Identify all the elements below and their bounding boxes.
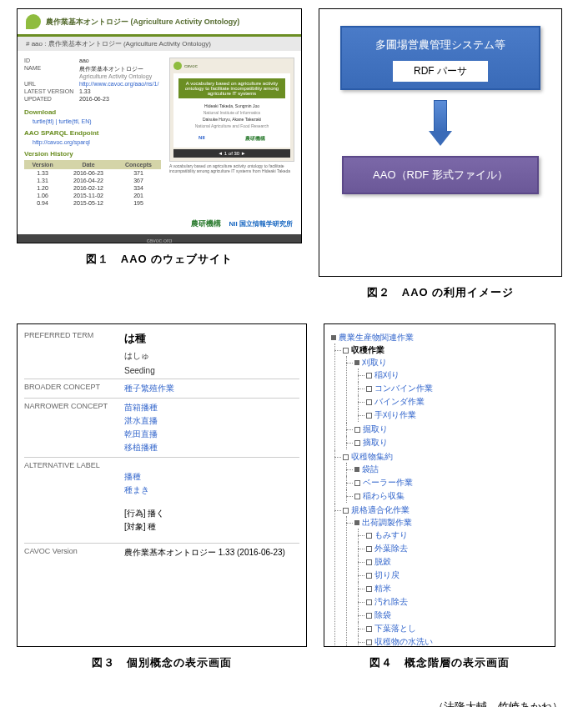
table-row: 1.202016-02-12334 — [24, 184, 161, 192]
expand-icon[interactable] — [354, 480, 360, 486]
meta-label: ID — [24, 58, 74, 63]
meta-label: UPDATED — [24, 96, 74, 102]
pres-author: Daisuke Horyu, Akane Takezaki — [178, 117, 285, 122]
arrow-down-icon — [431, 100, 450, 146]
parser-box: RDF パーサ — [393, 61, 488, 82]
site-logo-icon — [26, 14, 41, 29]
pres-title: A vocabulary based on agriculture activi… — [178, 78, 285, 98]
expand-icon[interactable] — [354, 427, 360, 433]
tree-leaf: 脱穀 — [366, 555, 548, 569]
meta-value: 農作業基本オントロジー — [79, 65, 161, 73]
fig4-panel: 農業生産物関連作業 収穫作業 刈取り 稲刈り コンバイン作業 バインダ作業 手刈… — [324, 323, 555, 647]
preferred-term-value: は種 — [124, 331, 299, 346]
alt-label-link[interactable]: 播種 — [124, 471, 299, 483]
pres-header: cavoc — [184, 63, 198, 68]
tree-leaf: もみすり — [366, 529, 548, 542]
tree-leaf: 掘取り — [354, 423, 548, 436]
expand-icon[interactable] — [343, 454, 349, 460]
expand-icon[interactable] — [366, 613, 372, 619]
pres-logo-nii: NII — [199, 135, 205, 143]
expand-icon[interactable] — [366, 599, 372, 605]
expand-icon[interactable] — [366, 573, 372, 579]
tree-leaf: 袋詰 — [354, 463, 548, 476]
system-label: 多圃場営農管理システム等 — [349, 38, 532, 53]
narrower-link[interactable]: 移植播種 — [124, 442, 299, 454]
expand-icon[interactable] — [343, 348, 349, 354]
tree-leaf: 稲わら収集 — [354, 489, 548, 503]
expand-icon[interactable] — [354, 494, 360, 499]
meta-label: URL — [24, 81, 74, 87]
expand-icon[interactable] — [366, 546, 372, 552]
site-header: 農作業基本オントロジー (Agriculture Activity Ontolo… — [18, 9, 301, 37]
meta-value: 1.33 — [79, 88, 161, 94]
fig4-caption: 図４ 概念階層の表示画面 — [324, 655, 555, 670]
bullet-icon — [354, 467, 359, 472]
tree-node[interactable]: 規格適合化作業 — [351, 505, 410, 514]
tree-leaf: 収穫物の水洗い — [366, 635, 548, 647]
table-row: 1.332016-06-23371 — [24, 169, 161, 177]
version-label: CAVOC Version — [24, 547, 124, 559]
meta-value: 2016-06-23 — [79, 96, 161, 102]
tree-leaf: 切り戻 — [366, 569, 548, 582]
meta-label: NAME — [24, 65, 74, 79]
tree-node[interactable]: 刈取り — [362, 358, 387, 367]
expand-icon[interactable] — [366, 626, 372, 632]
tree-node[interactable]: 出荷調製作業 — [362, 518, 412, 527]
tree-leaf: ベーラー作業 — [354, 476, 548, 489]
site-footer: cavoc.org — [18, 234, 301, 243]
reading: はしゅ — [124, 350, 299, 362]
expand-icon[interactable] — [366, 559, 372, 565]
tree-leaf: 稲刈り — [366, 369, 548, 382]
bullet-icon — [354, 360, 359, 365]
tree-leaf: 除袋 — [366, 609, 548, 622]
alt-action: [行為] 播く — [124, 508, 299, 519]
expand-icon[interactable] — [366, 639, 372, 645]
download-heading: Download — [24, 108, 161, 116]
expand-icon[interactable] — [366, 533, 372, 539]
expand-icon[interactable] — [354, 440, 360, 446]
endpoint-link[interactable]: http://cavoc.org/sparql — [33, 139, 161, 145]
meta-url-link[interactable]: http://www.cavoc.org/aao/ns/1/ — [79, 81, 161, 87]
fig3-caption: 図３ 個別概念の表示画面 — [17, 655, 307, 670]
naro-logo: 農研機構 — [191, 218, 221, 229]
alt-target: [対象] 種 — [124, 521, 299, 533]
alternative-label: ALTERNATIVE LABEL — [24, 461, 124, 469]
table-row: 1.312016-04-22367 — [24, 177, 161, 184]
meta-value: Agriculture Activity Ontology — [79, 73, 161, 79]
narrower-link[interactable]: 湛水直播 — [124, 415, 299, 427]
tree-leaf: 手刈り作業 — [366, 409, 548, 422]
download-links[interactable]: turtle(ttl) | turtle(ttl, EN) — [33, 118, 161, 124]
expand-icon[interactable] — [366, 373, 372, 379]
pres-caption: A vocabulary based on agriculture activi… — [169, 163, 294, 173]
meta-value: aao — [79, 58, 161, 63]
table-row: 0.942015-05-12195 — [24, 199, 161, 207]
pres-author: Hideaki Takeda, Sungmin Joo — [178, 103, 285, 108]
narrower-link[interactable]: 乾田直播 — [124, 429, 299, 440]
broader-label: BROADER CONCEPT — [24, 383, 124, 394]
narrower-link[interactable]: 苗箱播種 — [124, 402, 299, 414]
tree-node[interactable]: 収穫作業 — [351, 345, 384, 354]
expand-icon[interactable] — [366, 413, 372, 419]
fig1-panel: 農作業基本オントロジー (Agriculture Activity Ontolo… — [17, 8, 302, 243]
expand-icon[interactable] — [343, 508, 349, 514]
version-value: 農作業基本オントロジー 1.33 (2016-06-23) — [124, 547, 299, 559]
slide-nav[interactable]: ◄ 1 of 30 ► — [173, 149, 290, 158]
expand-icon[interactable] — [366, 386, 372, 392]
presentation-embed[interactable]: cavoc A vocabulary based on agriculture … — [169, 58, 294, 162]
aao-file-box: AAO（RDF 形式ファイル） — [342, 156, 539, 194]
tree-leaf: バインダ作業 — [366, 395, 548, 409]
bullet-icon — [331, 335, 336, 340]
expand-icon[interactable] — [366, 586, 372, 592]
tree-node[interactable]: 収穫物集約 — [351, 452, 393, 461]
fig2-panel: 多圃場営農管理システム等 RDF パーサ AAO（RDF 形式ファイル） — [319, 8, 562, 277]
broader-link[interactable]: 種子繁殖作業 — [124, 383, 299, 394]
preferred-term-label: PREFERRED TERM — [24, 331, 124, 346]
expand-icon[interactable] — [366, 399, 372, 405]
tree-node[interactable]: 農業生産物関連作業 — [339, 333, 414, 342]
alt-label-link[interactable]: 種まき — [124, 484, 299, 496]
bullet-icon — [354, 520, 359, 525]
fig3-panel: PREFERRED TERMは種 はしゅ Seeding BROADER CON… — [17, 323, 307, 647]
metadata-grid: ID aao NAME 農作業基本オントロジーAgriculture Activ… — [24, 58, 161, 102]
th-concepts: Concepts — [116, 160, 161, 169]
english-label: Seeding — [124, 366, 299, 375]
